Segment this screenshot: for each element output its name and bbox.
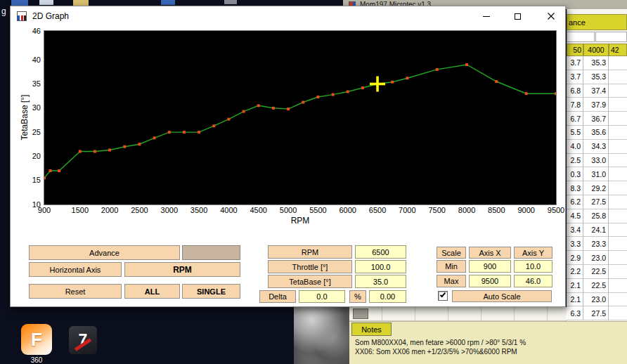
bg-cell-edge[interactable] [609,195,627,209]
bg-cell-partial[interactable]: 3.7 [567,70,583,84]
advance-button[interactable]: Advance [29,245,180,260]
rpm-value[interactable]: 6500 [355,245,406,259]
notes-text[interactable]: Som M800XX04, men fetare >6000 rpm / >80… [355,338,622,356]
bg-cell-partial[interactable]: 2.9 [567,251,583,265]
bg-cell-4000[interactable]: 25.8 [583,209,609,223]
bg-cell-edge[interactable] [609,209,627,223]
bg-cell-partial[interactable]: 6.2 [567,195,583,209]
tetabase-value[interactable]: 35.0 [355,275,406,288]
min-x-value[interactable]: 900 [469,260,511,273]
data-point[interactable] [332,93,335,96]
bg-column-header-4250[interactable]: 42 [609,44,627,56]
desktop-icon-remnant[interactable] [224,0,237,4]
data-point[interactable] [183,131,186,134]
bg-cell-edge[interactable] [609,112,627,126]
data-point[interactable] [316,96,319,98]
minimize-button[interactable] [470,6,502,26]
bg-edit-cell[interactable] [595,32,627,42]
data-point[interactable] [361,86,364,89]
data-point[interactable] [287,108,290,110]
min-y-value[interactable]: 10.0 [514,260,552,273]
bg-cell-partial[interactable]: 6.8 [567,84,583,98]
bg-cell-partial[interactable]: 2.1 [567,279,583,293]
bg-cell-partial[interactable]: 6.7 [567,112,583,126]
bg-cell-edge[interactable] [609,251,627,265]
data-point[interactable] [525,92,528,95]
data-point[interactable] [495,80,498,83]
bg-cell-edge[interactable] [609,154,627,168]
max-y-value[interactable]: 46.0 [514,275,552,287]
max-x-value[interactable]: 9500 [469,275,511,287]
bg-cell-4000[interactable]: 24.1 [583,223,609,238]
data-point[interactable] [406,77,408,79]
close-button[interactable] [535,6,567,26]
bg-cell-4000[interactable]: 23.0 [583,293,609,307]
bg-cell-edge[interactable] [609,293,627,307]
bg-cell-4000[interactable]: 31.0 [583,167,609,181]
horizontal-axis-button[interactable]: Horizontal Axis [29,262,122,277]
data-point[interactable] [302,101,304,104]
data-point[interactable] [49,169,52,172]
reset-single-button[interactable]: SINGLE [182,284,240,299]
data-point[interactable] [227,118,230,121]
fusion360-desktop-icon[interactable]: F 360 [20,323,53,364]
reset-button[interactable]: Reset [29,284,122,299]
data-point[interactable] [168,131,171,134]
notes-tab[interactable]: Notes [351,323,392,336]
blank-button[interactable] [182,245,240,260]
bg-cell-4000[interactable]: 27.5 [583,195,609,209]
bg-cell-4000[interactable]: 37.4 [583,84,609,98]
bg-cell-edge[interactable] [609,70,627,84]
seven-desktop-icon[interactable]: 7 [67,325,98,364]
graph-window-titlebar[interactable]: 2D Graph [11,6,565,26]
bg-cell-4000[interactable]: 35.6 [583,126,609,140]
bg-cell-4000[interactable]: 34.3 [583,140,609,154]
bg-cell-partial[interactable]: 2.1 [567,293,583,307]
bg-cell-edge[interactable] [609,140,627,154]
bg-cell-edge[interactable] [609,265,627,279]
bg-cell-4000[interactable]: 29.2 [583,181,609,195]
bg-cell-partial[interactable]: 6.3 [567,306,583,320]
plot-area[interactable] [44,31,556,204]
bg-cell-partial[interactable]: 8.3 [567,181,583,195]
bg-cell-partial[interactable]: 5.5 [567,126,583,140]
bg-cell-edge[interactable] [609,181,627,195]
bg-cell-4000[interactable]: 22.5 [583,279,609,293]
bg-cell-4000[interactable]: 33.0 [583,154,609,168]
bg-cell-4000[interactable]: 27.5 [583,306,609,320]
data-point[interactable] [58,169,60,172]
data-point[interactable] [436,68,439,71]
delta-percent-value[interactable]: 0.00 [369,290,406,303]
throttle-value[interactable]: 100.0 [355,260,406,273]
data-point[interactable] [212,124,215,127]
bg-cell-4000[interactable]: 35.3 [583,70,609,84]
auto-scale-checkbox[interactable] [438,291,448,301]
bg-cell-edge[interactable] [609,98,627,112]
axis-selected-display[interactable]: RPM [124,262,240,277]
bg-column-header-partial[interactable]: 50 [567,44,583,56]
bg-cell-4000[interactable]: 37.9 [583,98,609,112]
bg-cell-edge[interactable] [609,223,627,238]
bg-cell-partial[interactable]: 7.8 [567,98,583,112]
data-point[interactable] [79,150,82,153]
bg-cell-partial[interactable]: 4.0 [567,140,583,154]
data-point[interactable] [123,145,126,148]
bg-cell-4000[interactable]: 35.3 [583,56,609,70]
data-point[interactable] [108,149,111,152]
data-point[interactable] [44,176,46,179]
bg-corner-button[interactable] [353,308,368,319]
bg-cell-4000[interactable]: 23.3 [583,237,609,251]
delta-value[interactable]: 0.0 [299,290,345,303]
data-point[interactable] [555,92,556,95]
desktop-icon-remnant[interactable] [161,0,175,5]
bg-cell-edge[interactable] [609,167,627,181]
bg-advance-button-partial[interactable]: ance [567,14,627,30]
bg-cell-partial[interactable]: 2.5 [567,154,583,168]
data-point[interactable] [465,63,468,66]
bg-cell-4000[interactable]: 22.5 [583,265,609,279]
data-point[interactable] [243,110,245,113]
desktop-icon-remnant[interactable] [39,0,53,5]
bg-cell-edge[interactable] [609,126,627,140]
reset-all-button[interactable]: ALL [124,284,180,299]
data-point[interactable] [198,131,200,134]
